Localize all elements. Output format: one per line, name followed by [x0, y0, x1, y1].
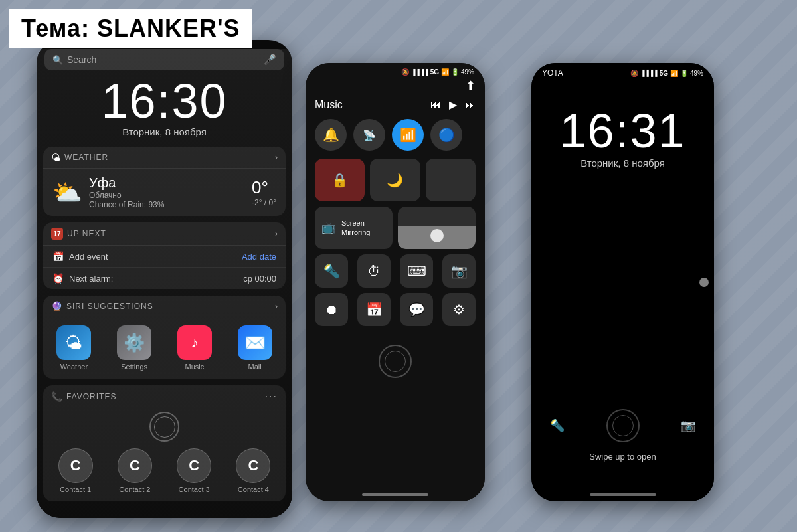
p3-time-display: 16:31 Вторник, 8 ноября [531, 107, 714, 169]
do-not-disturb-panel[interactable]: 🌙 [370, 159, 420, 201]
p2-status-bar: 🔕 ▐▐▐▐ 5G 📶 🔋 49% [306, 63, 485, 78]
p3-wifi-icon: 📶 [670, 70, 678, 77]
p3-fingerprint-inner [612, 415, 634, 436]
upnext-header: 17 UP NEXT › [43, 222, 286, 246]
messages-button[interactable]: 💬 [400, 293, 433, 326]
swipe-to-open-text: Swipe up to open [589, 452, 656, 462]
screen-mirroring-panel[interactable]: 📺 ScreenMirroring [315, 207, 393, 249]
p2-status-icons: 🔕 ▐▐▐▐ 5G 📶 🔋 49% [401, 68, 474, 76]
p3-clock-date: Вторник, 8 ноября [531, 157, 714, 169]
weather-title: WEATHER [64, 153, 275, 162]
brightness-slider[interactable] [398, 207, 476, 249]
brightness-handle [430, 229, 444, 242]
add-event-label: Add event [69, 252, 242, 262]
messages-icon: 💬 [408, 302, 425, 317]
weather-info: Уфа Облачно Chance of Rain: 93% [89, 175, 252, 209]
siri-app-weather[interactable]: 🌤 Weather [56, 325, 91, 371]
contact-4[interactable]: C Contact 4 [236, 448, 270, 493]
p3-side-button[interactable] [699, 278, 709, 287]
more-options-icon[interactable]: ··· [265, 391, 278, 402]
phone-icon: 📞 [51, 391, 62, 402]
rotation-lock-panel[interactable]: 🔒 [315, 159, 365, 201]
weather-app-label: Weather [60, 363, 88, 371]
mail-app-label: Mail [248, 363, 262, 371]
contact-2-avatar: C [118, 448, 152, 483]
torch-icon: 🔦 [323, 263, 340, 279]
weather-rain: Chance of Rain: 93% [89, 200, 252, 209]
weather-arrow-icon: › [275, 153, 278, 162]
siri-header: 🔮 SIRI SUGGESTIONS › [43, 296, 286, 317]
lock-icon: 🔒 [331, 172, 348, 188]
p2-fingerprint-area [306, 331, 485, 383]
torch-button[interactable]: 🔦 [315, 254, 348, 288]
prev-track-icon[interactable]: ⏮ [430, 99, 441, 111]
weather-desc: Облачно [89, 191, 252, 200]
settings-button[interactable]: ⚙ [442, 293, 476, 326]
settings-app-icon: ⚙️ [117, 325, 151, 360]
favorites-title: FAVORITES [66, 392, 265, 401]
p2-fingerprint-icon [379, 345, 412, 378]
timer-button[interactable]: ⏱ [357, 254, 391, 288]
siri-app-mail[interactable]: ✉️ Mail [238, 325, 272, 371]
music-app-label: Music [185, 363, 205, 371]
signal-toggle[interactable]: 📡 [353, 119, 385, 151]
network-type: 5G [430, 68, 439, 76]
alarm-row: ⏰ Next alarm: ср 00:00 [43, 268, 286, 289]
time-display: 16:30 Вторник, 8 ноября [37, 77, 292, 137]
search-input[interactable]: Search [67, 54, 264, 65]
p3-home-indicator [590, 493, 656, 496]
p3-status-icons: 🔕 ▐▐▐▐ 5G 📶 🔋 49% [630, 70, 703, 77]
p3-battery-percent: 49% [690, 70, 703, 77]
title-text: Тема: SLANKER'S [21, 15, 240, 43]
contact-2[interactable]: C Contact 2 [118, 448, 152, 493]
wifi-toggle[interactable]: 📶 [392, 119, 424, 151]
weather-emoji-icon: ⛅ [52, 179, 82, 207]
search-bar[interactable]: 🔍 Search 🎤 [44, 49, 284, 70]
calculator-button[interactable]: ⌨ [400, 254, 433, 288]
signal-icon: ▐▐▐▐ [411, 69, 428, 76]
contact-1-avatar: C [58, 448, 93, 483]
p3-torch-icon[interactable]: 🔦 [550, 418, 565, 433]
siri-arrow-icon: › [275, 302, 278, 311]
fingerprint-icon [149, 412, 179, 442]
upnext-widget: 17 UP NEXT › 📅 Add event Add date ⏰ Next… [43, 222, 286, 289]
contact-4-avatar: C [236, 448, 270, 483]
siri-app-settings[interactable]: ⚙️ Settings [117, 325, 151, 371]
notification-toggle[interactable]: 🔔 [315, 119, 347, 151]
airplay-icon: ⬆ [466, 79, 476, 92]
add-event-row[interactable]: 📅 Add event Add date [43, 246, 286, 268]
play-icon[interactable]: ▶ [449, 98, 457, 111]
bluetooth-toggle[interactable]: 🔵 [430, 119, 462, 151]
siri-suggestions-widget: 🔮 SIRI SUGGESTIONS › 🌤 Weather ⚙️ Settin… [43, 296, 286, 379]
contact-3[interactable]: C Contact 3 [177, 448, 211, 493]
contact-3-avatar: C [177, 448, 211, 483]
next-track-icon[interactable]: ⏭ [465, 99, 476, 111]
siri-apps-list: 🌤 Weather ⚙️ Settings ♪ Music ✉️ Mail [43, 317, 286, 379]
clock-time: 16:30 [37, 77, 292, 125]
mail-app-icon: ✉️ [238, 325, 272, 360]
contact-1[interactable]: C Contact 1 [58, 448, 93, 493]
moon-icon: 🌙 [387, 172, 403, 188]
contacts-list: C Contact 1 C Contact 2 C Contact 3 C Co… [43, 443, 286, 501]
music-controls[interactable]: ⏮ ▶ ⏭ [430, 98, 476, 111]
calendar-ctrl-button[interactable]: 📅 [357, 293, 391, 326]
siri-app-music[interactable]: ♪ Music [177, 325, 212, 371]
p3-bottom-icons: 🔦 📷 [531, 409, 714, 442]
add-date-link[interactable]: Add date [242, 252, 276, 262]
p3-fingerprint-icon[interactable] [606, 409, 640, 442]
phone-2-frame: 🔕 ▐▐▐▐ 5G 📶 🔋 49% ⬆ Music ⏮ ▶ ⏭ 🔔 📡 [306, 63, 485, 501]
home-indicator [362, 493, 428, 496]
weather-content: ⛅ Уфа Облачно Chance of Rain: 93% 0° -2°… [43, 169, 286, 216]
camera-button[interactable]: 📷 [442, 254, 476, 288]
settings-app-label: Settings [121, 363, 147, 371]
music-app-icon: ♪ [177, 325, 212, 360]
contact-1-name: Contact 1 [60, 486, 91, 493]
title-badge: Тема: SLANKER'S [9, 9, 252, 48]
record-button[interactable]: ⏺ [315, 293, 348, 326]
weather-range: -2° / 0° [252, 198, 276, 207]
weather-icon: 🌤 [51, 152, 60, 163]
battery-percent: 49% [461, 68, 474, 76]
calendar-icon: 📅 [52, 251, 64, 262]
p3-camera-icon[interactable]: 📷 [681, 418, 695, 433]
upnext-arrow-icon: › [275, 229, 278, 238]
